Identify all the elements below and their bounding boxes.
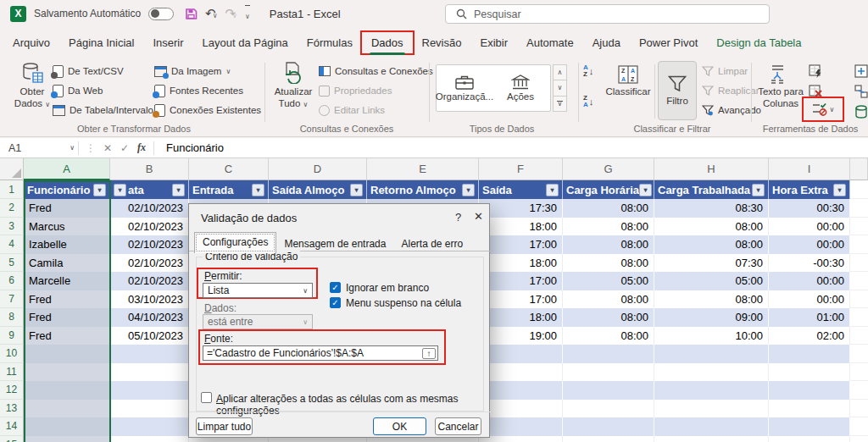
- search-input[interactable]: Pesquisar: [445, 4, 770, 24]
- dialog-tab-configuracoes[interactable]: Configurações: [194, 232, 276, 253]
- sort-descending-button[interactable]: ZA↓: [583, 95, 593, 108]
- cell-I9[interactable]: 02:00: [769, 327, 850, 345]
- chevron-down-icon[interactable]: ∨: [70, 144, 75, 152]
- autosave-toggle[interactable]: [148, 8, 174, 20]
- dialog-close-button[interactable]: ✕: [474, 210, 483, 223]
- ok-button[interactable]: OK: [373, 417, 426, 435]
- table-header-cell-A[interactable]: Funcionário▾: [24, 180, 110, 199]
- tab-formulas[interactable]: Fórmulas: [298, 32, 362, 53]
- cell-H12[interactable]: [654, 381, 769, 400]
- filter-button[interactable]: ▾: [114, 184, 126, 196]
- cell-H6[interactable]: 05:00: [654, 272, 769, 290]
- cell-F15[interactable]: [479, 436, 563, 442]
- cell-B13[interactable]: [110, 400, 189, 418]
- row-header-10[interactable]: 10: [0, 345, 24, 363]
- cell-B4[interactable]: 02/10/2023: [110, 235, 189, 254]
- cell-A10[interactable]: [24, 345, 110, 363]
- tab-exibir[interactable]: Exibir: [470, 32, 517, 53]
- filter-button[interactable]: ▾: [752, 184, 765, 196]
- cell-B8[interactable]: 04/10/2023: [110, 308, 189, 327]
- column-header-B[interactable]: B: [110, 158, 189, 180]
- tab-revisao[interactable]: Revisão: [413, 32, 471, 53]
- row-header-5[interactable]: 5: [0, 254, 24, 273]
- cancel-entry-icon[interactable]: ✕: [99, 142, 116, 154]
- obter-dados-button[interactable]: Obter Dados ∨: [8, 62, 56, 110]
- cell-F3[interactable]: 18:00: [479, 218, 563, 236]
- gallery-down-button[interactable]: ∨: [553, 80, 567, 96]
- cell-B2[interactable]: 02/10/2023: [110, 199, 189, 218]
- cell-G14[interactable]: [563, 417, 654, 436]
- column-header-A[interactable]: A: [24, 158, 110, 180]
- cell-G2[interactable]: 08:00: [563, 199, 654, 218]
- cell-A6[interactable]: Marcelle: [24, 272, 110, 290]
- fonte-input[interactable]: ='Cadastro de Funcionários'!$A:$A ↑: [203, 345, 438, 361]
- redo-button[interactable]: ↷∨: [225, 6, 237, 21]
- name-box[interactable]: A1 ∨: [0, 142, 75, 154]
- column-header-G[interactable]: G: [563, 158, 654, 180]
- cell-I13[interactable]: [769, 400, 850, 418]
- column-header-I[interactable]: I: [769, 158, 850, 180]
- column-header-F[interactable]: F: [479, 158, 563, 180]
- filter-button[interactable]: ▾: [93, 184, 106, 196]
- chevron-down-icon[interactable]: ∨: [830, 106, 835, 113]
- cell-I5[interactable]: -00:30: [769, 254, 850, 273]
- cell-I15[interactable]: [769, 436, 850, 442]
- column-header-D[interactable]: D: [269, 158, 367, 180]
- cell-G15[interactable]: [563, 436, 654, 442]
- cell-I7[interactable]: 00:00: [769, 290, 850, 309]
- cell-H11[interactable]: [654, 363, 769, 382]
- customize-quick-access-icon[interactable]: ∨: [245, 5, 250, 22]
- cell-F5[interactable]: 18:00: [479, 254, 563, 273]
- de-text-csv-button[interactable]: De Text/CSV: [53, 63, 124, 80]
- cell-B6[interactable]: 02/10/2023: [110, 272, 189, 290]
- table-header-cell-H[interactable]: Carga Trabalhada▾: [654, 180, 769, 199]
- cell-A14[interactable]: [24, 417, 110, 436]
- cancelar-button[interactable]: Cancelar: [435, 417, 481, 435]
- table-header-cell-F[interactable]: Saída▾: [479, 180, 563, 199]
- tab-power-pivot[interactable]: Power Pivot: [630, 32, 707, 53]
- cell-G10[interactable]: [563, 345, 654, 363]
- confirm-entry-icon[interactable]: ✓: [116, 142, 133, 154]
- cell-A12[interactable]: [24, 381, 110, 400]
- cell-H9[interactable]: 10:00: [654, 327, 769, 345]
- cell-B5[interactable]: 02/10/2023: [110, 254, 189, 273]
- excel-logo-icon[interactable]: X: [10, 6, 26, 22]
- cell-F14[interactable]: [479, 417, 563, 436]
- ignorar-em-branco-checkbox[interactable]: ✓: [330, 282, 341, 293]
- cell-A15[interactable]: [24, 436, 110, 442]
- fontes-recentes-button[interactable]: Fontes Recentes: [154, 82, 243, 99]
- consultas-e-conexoes-button[interactable]: Consultas e Conexões: [319, 63, 433, 80]
- remover-duplicatas-button[interactable]: [809, 85, 823, 98]
- filter-button[interactable]: ▾: [252, 184, 264, 196]
- avancado-button[interactable]: Avançado: [702, 102, 761, 119]
- cell-H3[interactable]: 08:00: [654, 218, 769, 236]
- da-imagem-button[interactable]: Da Imagem ∨: [154, 63, 231, 80]
- gerenciar-modelo-de-dados-button[interactable]: [854, 105, 868, 119]
- tab-design-da-tabela[interactable]: Design da Tabela: [707, 32, 810, 53]
- cell-G8[interactable]: 08:00: [563, 308, 654, 327]
- cell-A9[interactable]: Fred: [24, 327, 110, 345]
- cell-B3[interactable]: 02/10/2023: [110, 218, 189, 236]
- tab-layout-da-pagina[interactable]: Layout da Página: [193, 32, 298, 53]
- cell-I3[interactable]: 00:00: [769, 218, 850, 236]
- permitir-dropdown[interactable]: Lista ∨: [203, 283, 313, 298]
- cell-A7[interactable]: Fred: [24, 290, 110, 309]
- flash-fill-button[interactable]: [809, 64, 823, 78]
- formula-input[interactable]: Funcionário: [166, 141, 224, 154]
- cell-I11[interactable]: [769, 363, 850, 382]
- cell-I2[interactable]: 00:30: [769, 199, 850, 218]
- cell-G13[interactable]: [563, 400, 654, 418]
- row-header-4[interactable]: 4: [0, 235, 24, 254]
- menu-suspenso-checkbox[interactable]: ✓: [330, 297, 341, 308]
- cell-B11[interactable]: [110, 363, 189, 382]
- filter-button[interactable]: ▾: [350, 184, 363, 196]
- cell-F8[interactable]: 18:00: [479, 308, 563, 327]
- cell-B12[interactable]: [110, 381, 189, 400]
- cell-G7[interactable]: 08:00: [563, 290, 654, 309]
- cell-G11[interactable]: [563, 363, 654, 382]
- insert-function-icon[interactable]: fx: [133, 141, 150, 154]
- cell-G5[interactable]: 08:00: [563, 254, 654, 273]
- cell-H8[interactable]: 09:00: [654, 308, 769, 327]
- filter-button[interactable]: ▾: [462, 184, 475, 196]
- select-all-button[interactable]: [0, 158, 24, 180]
